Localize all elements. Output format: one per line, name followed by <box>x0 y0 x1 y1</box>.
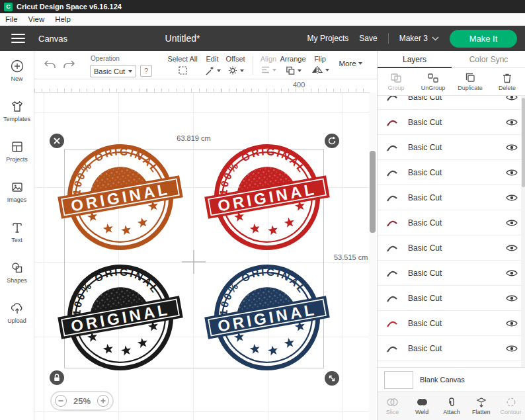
group-button[interactable]: Group <box>378 68 415 95</box>
layer-row[interactable]: Basic Cut <box>378 286 525 311</box>
layer-row[interactable]: Basic Cut <box>378 261 525 286</box>
eye-icon[interactable] <box>503 294 518 302</box>
offset-button[interactable]: Offset <box>221 51 250 75</box>
more-button[interactable]: More <box>333 60 368 67</box>
blank-canvas-row[interactable]: Blank Canvas <box>378 367 525 392</box>
menubar: File View Help <box>0 13 525 26</box>
selection-width-label: 63.819 cm <box>177 134 210 142</box>
menu-help[interactable]: Help <box>55 15 71 23</box>
text-icon <box>10 220 24 235</box>
menu-view[interactable]: View <box>28 15 45 23</box>
sidebar-item-projects[interactable]: Projects <box>0 140 34 180</box>
rotate-handle[interactable] <box>325 134 339 148</box>
document-title[interactable]: Untitled* <box>165 33 200 44</box>
layers-scrollbar[interactable] <box>521 96 525 367</box>
stamp-design-orange[interactable]: 100% ORIGINALORIGINAL <box>62 139 179 255</box>
duplicate-button[interactable]: Duplicate <box>452 68 489 95</box>
eye-icon[interactable] <box>503 219 518 227</box>
layer-thumb-shape <box>387 296 397 301</box>
ruler-ticks <box>34 89 370 92</box>
blank-canvas-label: Blank Canvas <box>420 376 465 384</box>
layer-row[interactable]: Basic Cut <box>378 336 525 361</box>
sidebar-item-new[interactable]: New <box>0 59 34 99</box>
layer-thumbnail <box>385 218 403 228</box>
layer-row[interactable]: Basic Cut <box>378 311 525 336</box>
arrange-button[interactable]: Arrange <box>278 51 307 75</box>
flatten-button[interactable]: Flatten <box>466 392 496 420</box>
sidebar-item-images[interactable]: Images <box>0 180 34 220</box>
menu-file[interactable]: File <box>5 15 18 23</box>
layer-row[interactable]: Basic Cut <box>378 210 525 235</box>
ruler-value: 400 <box>293 81 305 89</box>
layer-row[interactable]: Basic Cut <box>378 110 525 135</box>
delete-handle[interactable] <box>50 134 64 148</box>
layer-label: Basic Cut <box>408 96 503 102</box>
layers-scrollbar-thumb[interactable] <box>522 98 525 187</box>
contour-button[interactable]: Contour <box>496 392 525 420</box>
layer-thumb-shape <box>387 271 397 276</box>
eye-icon[interactable] <box>503 319 518 327</box>
eye-icon[interactable] <box>503 144 518 151</box>
resize-handle[interactable] <box>325 371 339 386</box>
trash-icon <box>501 73 513 83</box>
sidebar-item-shapes[interactable]: Shapes <box>0 261 34 301</box>
layer-row[interactable]: Basic Cut <box>378 160 525 185</box>
layer-label: Basic Cut <box>408 294 503 303</box>
plus-circle-icon <box>10 59 24 73</box>
redo-icon[interactable] <box>62 60 75 70</box>
eye-icon[interactable] <box>503 244 518 252</box>
sidebar-item-templates[interactable]: Templates <box>0 99 34 140</box>
eye-icon[interactable] <box>503 194 518 202</box>
eye-icon[interactable] <box>503 118 518 126</box>
sidebar-item-upload[interactable]: Upload <box>0 301 34 341</box>
canvas-color-swatch[interactable] <box>384 371 413 389</box>
stamp-design-red[interactable]: 100% ORIGINALORIGINAL <box>209 139 325 255</box>
group-icon <box>390 73 402 83</box>
flip-button[interactable]: Flip <box>305 51 335 75</box>
lock-handle[interactable] <box>50 370 64 385</box>
weld-button[interactable]: Weld <box>407 392 437 420</box>
flip-mirror-icon <box>311 65 323 75</box>
delete-button[interactable]: Delete <box>489 68 525 95</box>
zoom-in-button[interactable] <box>97 395 109 407</box>
eye-icon[interactable] <box>503 96 518 101</box>
my-projects-link[interactable]: My Projects <box>307 34 349 43</box>
save-link[interactable]: Save <box>359 34 377 43</box>
layer-row[interactable]: Basic Cut <box>378 135 525 160</box>
horizontal-ruler: 400 <box>34 79 370 93</box>
canvas-scrollbar-thumb[interactable] <box>370 151 376 233</box>
offset-icon <box>227 65 238 75</box>
eye-icon[interactable] <box>503 269 518 277</box>
sidebar-item-text[interactable]: Text <box>0 220 34 261</box>
sidebar-item-label: New <box>11 75 22 82</box>
upload-icon <box>10 301 24 315</box>
sidebar-item-label: Images <box>7 196 27 203</box>
attach-button[interactable]: Attach <box>437 392 467 420</box>
layer-row[interactable]: Basic Cut <box>378 185 525 210</box>
layer-row[interactable]: Basic Cut <box>378 235 525 261</box>
make-it-button[interactable]: Make It <box>450 30 517 48</box>
design-canvas[interactable]: 100% ORIGINALORIGINAL 100% ORIGINALORIGI… <box>34 93 370 420</box>
stamp-design-black[interactable]: 100% ORIGINALORIGINAL <box>62 259 179 376</box>
select-all-button[interactable]: Select All <box>164 51 201 75</box>
operation-dropdown[interactable]: Basic Cut <box>90 65 136 77</box>
canvas-scrollbar[interactable] <box>369 93 376 420</box>
chevron-down-icon <box>358 62 362 65</box>
layer-label: Basic Cut <box>408 118 503 127</box>
duplicate-icon <box>464 73 476 83</box>
tab-color-sync[interactable]: Color Sync <box>452 51 525 67</box>
operation-help-button[interactable]: ? <box>140 65 152 77</box>
sidebar-item-label: Upload <box>7 317 26 324</box>
resize-arrow-icon <box>327 374 337 383</box>
zoom-out-button[interactable] <box>55 395 67 407</box>
hamburger-menu-icon[interactable] <box>11 34 25 43</box>
stamp-design-navy[interactable]: 100% ORIGINALORIGINAL <box>209 259 325 376</box>
ungroup-button[interactable]: UnGroup <box>415 68 452 95</box>
layer-row[interactable]: Basic Cut <box>378 96 525 110</box>
eye-icon[interactable] <box>503 169 518 177</box>
tab-layers[interactable]: Layers <box>378 51 452 67</box>
machine-selector[interactable]: Maker 3 <box>399 34 439 43</box>
undo-icon[interactable] <box>44 60 57 70</box>
eye-icon[interactable] <box>503 345 518 353</box>
slice-button[interactable]: Slice <box>378 392 407 420</box>
